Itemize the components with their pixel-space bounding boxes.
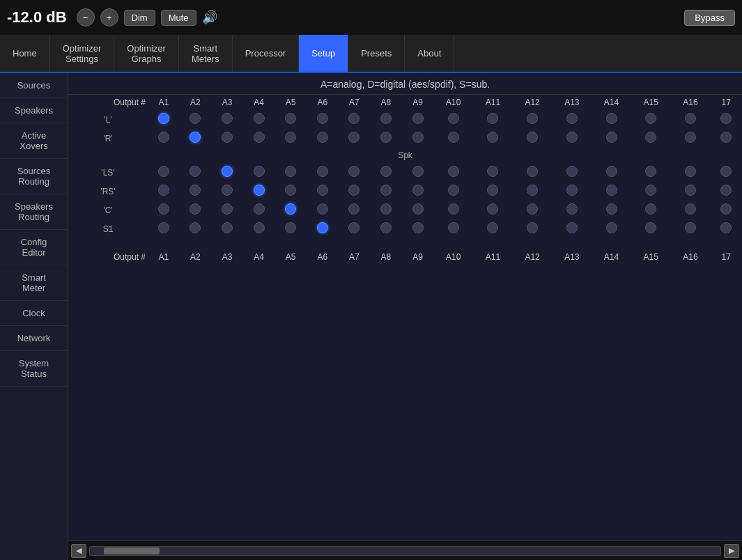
cell-1-9[interactable] bbox=[402, 129, 434, 148]
cell-2-14[interactable] bbox=[592, 163, 631, 182]
dot-1-1[interactable] bbox=[158, 132, 169, 143]
cell-5-11[interactable] bbox=[473, 219, 513, 238]
dot-2-12[interactable] bbox=[527, 166, 538, 177]
dot-0-14[interactable] bbox=[606, 113, 617, 124]
cell-3-10[interactable] bbox=[433, 182, 473, 201]
dot-5-8[interactable] bbox=[380, 222, 392, 233]
sidebar-item-system-status[interactable]: System Status bbox=[0, 351, 68, 387]
cell-3-8[interactable] bbox=[370, 182, 402, 201]
cell-4-5[interactable] bbox=[275, 201, 307, 219]
dot-2-17[interactable] bbox=[720, 166, 732, 177]
cell-3-7[interactable] bbox=[339, 182, 371, 201]
dot-0-2[interactable] bbox=[190, 113, 201, 124]
cell-2-7[interactable] bbox=[339, 163, 371, 182]
cell-3-11[interactable] bbox=[473, 182, 513, 201]
dot-5-12[interactable] bbox=[527, 222, 538, 233]
dot-1-9[interactable] bbox=[412, 132, 424, 143]
dot-3-1[interactable] bbox=[158, 185, 169, 196]
dot-4-7[interactable] bbox=[348, 203, 360, 215]
dot-3-5[interactable] bbox=[285, 185, 296, 196]
cell-4-13[interactable] bbox=[552, 201, 592, 219]
dot-1-13[interactable] bbox=[566, 132, 578, 143]
cell-5-1[interactable] bbox=[148, 219, 180, 238]
dot-4-8[interactable] bbox=[380, 203, 392, 215]
dot-4-13[interactable] bbox=[566, 203, 578, 215]
tab-processor[interactable]: Processor bbox=[233, 35, 300, 72]
cell-1-13[interactable] bbox=[552, 129, 592, 148]
cell-2-8[interactable] bbox=[370, 163, 402, 182]
cell-5-15[interactable] bbox=[631, 219, 671, 238]
dot-1-6[interactable] bbox=[317, 132, 328, 143]
dot-2-8[interactable] bbox=[380, 166, 392, 177]
dot-1-14[interactable] bbox=[606, 132, 617, 143]
dot-4-12[interactable] bbox=[527, 203, 538, 215]
dot-0-7[interactable] bbox=[348, 113, 360, 124]
dot-3-9[interactable] bbox=[412, 185, 424, 196]
cell-4-8[interactable] bbox=[370, 201, 402, 219]
cell-5-6[interactable] bbox=[307, 219, 339, 238]
dot-1-3[interactable] bbox=[222, 132, 233, 143]
tab-home[interactable]: Home bbox=[0, 35, 50, 72]
scroll-track[interactable] bbox=[89, 546, 721, 556]
cell-0-2[interactable] bbox=[180, 110, 212, 129]
dot-4-16[interactable] bbox=[685, 203, 696, 215]
dot-5-1[interactable] bbox=[158, 222, 169, 233]
dot-5-5[interactable] bbox=[285, 222, 296, 233]
dot-2-3[interactable] bbox=[222, 166, 233, 177]
cell-4-14[interactable] bbox=[592, 201, 631, 219]
cell-2-10[interactable] bbox=[433, 163, 473, 182]
cell-2-11[interactable] bbox=[473, 163, 513, 182]
dot-3-3[interactable] bbox=[222, 185, 233, 196]
tab-optimizer-settings[interactable]: Optimizer Settings bbox=[50, 35, 115, 72]
cell-3-3[interactable] bbox=[211, 182, 243, 201]
cell-4-15[interactable] bbox=[631, 201, 671, 219]
sidebar-item-active-xovers[interactable]: Active Xovers bbox=[0, 123, 68, 159]
dot-0-11[interactable] bbox=[487, 113, 498, 124]
cell-5-2[interactable] bbox=[180, 219, 212, 238]
dot-3-11[interactable] bbox=[487, 185, 498, 196]
dot-3-10[interactable] bbox=[448, 185, 459, 196]
cell-1-11[interactable] bbox=[473, 129, 513, 148]
dot-5-6[interactable] bbox=[317, 222, 328, 233]
cell-4-4[interactable] bbox=[243, 201, 275, 219]
tab-setup[interactable]: Setup bbox=[299, 35, 348, 72]
cell-2-9[interactable] bbox=[402, 163, 434, 182]
cell-3-16[interactable] bbox=[671, 182, 711, 201]
cell-4-3[interactable] bbox=[211, 201, 243, 219]
cell-5-7[interactable] bbox=[339, 219, 371, 238]
cell-1-3[interactable] bbox=[211, 129, 243, 148]
sidebar-item-network[interactable]: Network bbox=[0, 326, 68, 351]
dot-5-4[interactable] bbox=[254, 222, 265, 233]
dot-5-9[interactable] bbox=[412, 222, 424, 233]
cell-5-13[interactable] bbox=[552, 219, 592, 238]
dot-2-16[interactable] bbox=[685, 166, 696, 177]
cell-3-1[interactable] bbox=[148, 182, 180, 201]
cell-0-9[interactable] bbox=[402, 110, 434, 129]
dot-5-11[interactable] bbox=[487, 222, 498, 233]
cell-5-9[interactable] bbox=[402, 219, 434, 238]
cell-3-14[interactable] bbox=[592, 182, 631, 201]
cell-0-17[interactable] bbox=[710, 110, 742, 129]
dot-4-14[interactable] bbox=[606, 203, 617, 215]
cell-3-2[interactable] bbox=[180, 182, 212, 201]
dot-2-13[interactable] bbox=[566, 166, 578, 177]
dot-5-7[interactable] bbox=[348, 222, 360, 233]
dot-5-15[interactable] bbox=[645, 222, 656, 233]
dot-0-16[interactable] bbox=[685, 113, 696, 124]
dot-0-9[interactable] bbox=[412, 113, 424, 124]
cell-0-4[interactable] bbox=[243, 110, 275, 129]
cell-3-15[interactable] bbox=[631, 182, 671, 201]
cell-4-2[interactable] bbox=[180, 201, 212, 219]
dot-3-4[interactable] bbox=[254, 185, 265, 196]
cell-4-7[interactable] bbox=[339, 201, 371, 219]
mute-button[interactable]: Mute bbox=[161, 10, 196, 26]
cell-1-1[interactable] bbox=[148, 129, 180, 148]
dot-4-9[interactable] bbox=[412, 203, 424, 215]
dot-2-4[interactable] bbox=[254, 166, 265, 177]
dot-2-15[interactable] bbox=[645, 166, 656, 177]
cell-5-17[interactable] bbox=[710, 219, 742, 238]
dot-2-10[interactable] bbox=[448, 166, 459, 177]
dot-5-13[interactable] bbox=[566, 222, 578, 233]
dot-0-1[interactable] bbox=[158, 113, 169, 124]
sidebar-item-sources[interactable]: Sources bbox=[0, 73, 68, 98]
